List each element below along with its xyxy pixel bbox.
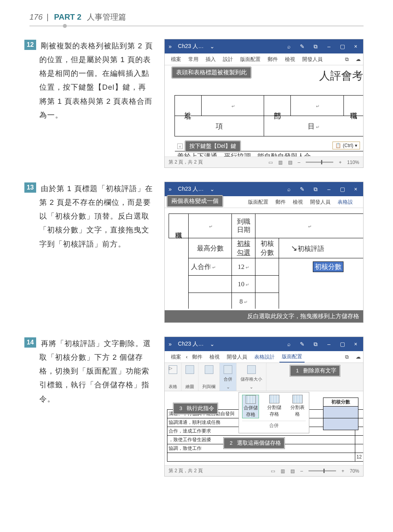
view-icon[interactable]: ⧉ [312, 341, 319, 348]
step-body: 由於第 1 頁標題「初核評語」在第 2 頁是不存在的欄位，而是要以「初核分數」頂… [39, 184, 153, 248]
ribbon-group-merge[interactable]: 合併⌄ [220, 363, 237, 391]
tab[interactable]: 檔案 [169, 352, 184, 362]
ribbon-panel: ▷表格 繪圖 列與欄 合併⌄ 儲存格大小⌄ 1刪除原有文字 [165, 363, 363, 391]
minimize-icon[interactable]: – [325, 341, 332, 348]
step-body: 再將「初核評語」文字刪除。選取「初核分數」下方 2 個儲存格，切換到「版面配置」… [39, 339, 151, 403]
view-icon[interactable]: ⧉ [312, 43, 319, 50]
pen-icon[interactable]: ✎ [299, 341, 306, 348]
merge-cells-button[interactable]: 合併儲存格 [242, 395, 259, 418]
tab[interactable]: 郵件 [265, 54, 280, 64]
tab-table-design[interactable]: 表格設 [335, 197, 355, 207]
ribbon-group-cellsize[interactable]: 儲存格大小⌄ [237, 363, 266, 391]
minimize-icon[interactable]: – [325, 43, 332, 50]
page-status: 第 2 頁，共 2 頁 [169, 468, 203, 474]
table-row: 職稱 到職日期 [169, 214, 364, 238]
mini-right-table: 初核分數 [323, 398, 358, 430]
maximize-icon[interactable]: ▢ [339, 341, 346, 348]
ribbon-tabs: 檔案 常用 插入 設計 版面配置 郵件 檢視 開發人員 ⧉ ☁ [165, 53, 363, 65]
close-icon[interactable]: × [352, 43, 359, 50]
table-row: 人合作 12 初核分數 [169, 258, 364, 276]
close-icon[interactable]: × [352, 186, 359, 193]
view-print-icon[interactable]: ▥ [278, 160, 283, 165]
tab[interactable]: 開發人員 [300, 54, 325, 64]
pen-icon[interactable]: ✎ [299, 186, 306, 193]
word-screenshot-14: »Ch23 人…⌄ ⌕ ✎ ⧉ – ▢ × 檔案 ‹ 郵件 檢視 開發人員 表格… [164, 337, 364, 477]
ribbon-group-draw[interactable]: 繪圖 [182, 363, 198, 391]
table-row: 姓名 部門 職稱 [175, 96, 364, 116]
share-icon[interactable]: ☁ [353, 55, 363, 64]
tab[interactable]: 檢視 [207, 352, 222, 362]
view-web-icon[interactable]: ▤ [290, 468, 295, 474]
table: 職稱 到職日期 最高分數 初核勾選 初核分數 ↘初核評語 人合作 12 [169, 214, 363, 309]
tab[interactable]: 版面配置 [238, 54, 263, 64]
ribbon-tabs: 兩個表格變成一個 版面配置 郵件 檢視 開發人員 表格設 [165, 196, 363, 208]
view-reading-icon[interactable]: ▭ [268, 160, 273, 165]
tab-layout-active[interactable]: 版面配置 [279, 352, 305, 363]
ribbon-group-table[interactable]: ▷表格 [165, 363, 182, 391]
view-web-icon[interactable]: ▤ [288, 160, 292, 165]
callout-delete-original: 1刪除原有文字 [290, 365, 340, 376]
document-area[interactable]: 職稱 到職日期 最高分數 初核勾選 初核分數 ↘初核評語 人合作 12 [165, 208, 363, 309]
tab[interactable]: 檢視 [283, 54, 298, 64]
view-print-icon[interactable]: ▥ [281, 468, 285, 474]
zoom-percent[interactable]: 70% [350, 468, 359, 474]
close-icon[interactable]: × [352, 341, 359, 348]
word-screenshot-13: »Ch23 人…⌄ ⌕ ✎ ⧉ – ▢ × 兩個表格變成一個 版面配置 郵件 檢… [164, 182, 364, 323]
tab[interactable]: 郵件 [190, 352, 205, 362]
selected-text[interactable]: 初核分數 [313, 261, 343, 272]
search-icon[interactable]: ⌕ [285, 341, 292, 348]
share-icon[interactable]: ☁ [353, 352, 363, 361]
page-sep: | [46, 13, 48, 22]
maximize-icon[interactable]: ▢ [339, 43, 346, 50]
tab[interactable]: 版面配置 [246, 197, 271, 207]
zoom-slider[interactable] [309, 470, 336, 471]
word-titlebar: » Ch23 人… ⌄ ⌕ ✎ ⧉ – ▢ × [165, 39, 363, 53]
maximize-icon[interactable]: ▢ [339, 186, 346, 193]
search-icon[interactable]: ⌕ [285, 186, 292, 193]
page-number: 176 [29, 13, 42, 22]
callout-press-del: 按下鍵盤【Del】鍵 [185, 141, 241, 152]
tab[interactable]: 開發人員 [224, 352, 250, 362]
status-bar: 第 2 頁，共 2 頁 ▭ ▥ ▤ –+ 70% [165, 465, 363, 476]
body-text: 善於上下溝通、平行協調，能自動自發與人合 [175, 151, 363, 156]
tab[interactable]: 郵件 [273, 197, 288, 207]
tab[interactable]: 插入 [203, 54, 218, 64]
word-titlebar: »Ch23 人…⌄ ⌕ ✎ ⧉ – ▢ × [165, 182, 363, 196]
table-row: 最高分數 初核勾選 初核分數 ↘初核評語 [169, 238, 364, 258]
callout-select-cells: 2選取這兩個儲存格 [224, 438, 285, 449]
zoom-percent[interactable]: 110% [347, 160, 359, 165]
tab[interactable]: 表格設計 [252, 352, 277, 362]
tab[interactable]: 常用 [186, 54, 201, 64]
tab[interactable]: 設計 [220, 54, 235, 64]
doc-filename: Ch23 人… [178, 43, 204, 50]
ribbon-tabs: 檔案 ‹ 郵件 檢視 開發人員 表格設計 版面配置 ⧉ ☁ [165, 351, 363, 363]
tab[interactable]: 檢視 [290, 197, 305, 207]
tab[interactable]: 檔案 [169, 54, 184, 64]
table-row: 12 [167, 453, 364, 461]
step-number-badge: 12 [24, 40, 36, 50]
comments-icon[interactable]: ⧉ [343, 55, 351, 64]
comments-icon[interactable]: ⧉ [343, 352, 351, 362]
callout-footer: 反白選取此段文字，拖曳搬移到上方儲存格 [165, 310, 363, 322]
paste-ctrl-box[interactable]: 📋 (Ctrl)▾ [332, 142, 360, 149]
view-icon[interactable]: ⧉ [312, 186, 319, 193]
step-14: 14 再將「初核評語」文字刪除。選取「初核分數」下方 2 個儲存格，切換到「版面… [39, 337, 364, 477]
table-row: 項 目 [175, 116, 364, 136]
header-rule [29, 26, 364, 26]
search-icon[interactable]: ⌕ [285, 43, 292, 50]
split-cells-button[interactable]: 分割儲存格 [266, 395, 282, 418]
tab[interactable]: 開發人員 [308, 197, 333, 207]
split-table-button[interactable]: 分割表格 [290, 395, 306, 418]
step-number-badge: 14 [24, 337, 36, 348]
minimize-icon[interactable]: – [325, 186, 332, 193]
document-area[interactable]: 表頭和表格標題被複製到此 人評會考 姓名 部門 職稱 項 目 « 按下鍵盤【De… [165, 65, 363, 156]
view-reading-icon[interactable]: ▭ [271, 468, 275, 474]
zoom-slider[interactable] [306, 162, 333, 163]
ribbon-group-rowscols[interactable]: 列與欄 [198, 363, 220, 391]
pen-icon[interactable]: ✎ [299, 43, 306, 50]
page-status: 第 2 頁，共 2 頁 [169, 159, 203, 166]
callout-run-command: 3執行此指令 [173, 403, 218, 414]
callout-merged-table: 兩個表格變成一個 [167, 195, 223, 207]
merge-dropdown[interactable]: 合併儲存格 分割儲存格 分割表格 合併 [239, 392, 309, 433]
word-screenshot-12: » Ch23 人… ⌄ ⌕ ✎ ⧉ – ▢ × 檔案 常用 插入 設計 版面配置… [164, 39, 364, 168]
